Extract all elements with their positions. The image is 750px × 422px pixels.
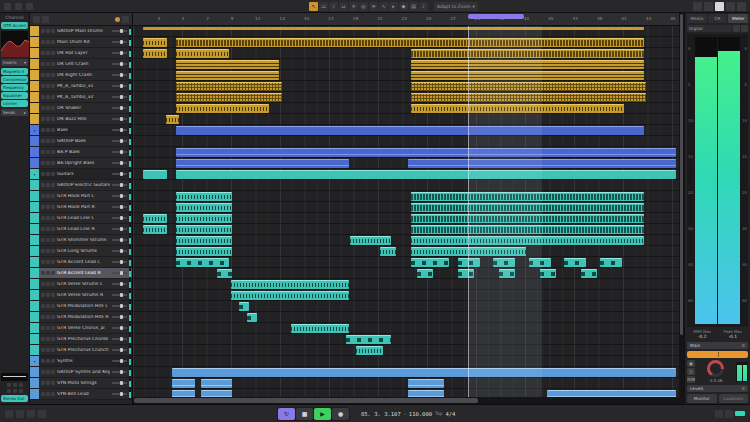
track-lane[interactable] <box>133 147 679 158</box>
play-tool[interactable]: ▸ <box>389 2 398 11</box>
track-volume-slider[interactable] <box>112 74 127 76</box>
track-row-pk-a-tambo-v2[interactable]: PK_A_Tambo_v2 <box>30 92 132 103</box>
track-volume-slider[interactable] <box>112 30 127 32</box>
speaker-a-button[interactable]: ▣ <box>687 360 695 367</box>
tempo-display[interactable]: 110.000 <box>409 411 432 417</box>
event-clip[interactable] <box>529 258 551 267</box>
track-filter-icon[interactable] <box>42 16 49 23</box>
vertical-scrollbar[interactable] <box>679 13 684 404</box>
event-clip[interactable] <box>176 71 279 80</box>
track-row-gtr-hook-part-r[interactable]: GTR Hook Part R <box>30 202 132 213</box>
track-volume-slider[interactable] <box>112 371 127 373</box>
eq-curve-display[interactable] <box>1 31 28 57</box>
event-clip[interactable] <box>239 302 249 311</box>
track-lane[interactable] <box>133 191 679 202</box>
mute-icon[interactable] <box>41 106 45 110</box>
track-row-guitars[interactable]: ▾Guitars <box>30 169 132 180</box>
event-clip[interactable] <box>350 236 391 245</box>
track-row-dr-buzz-hits[interactable]: DR Buzz Hits <box>30 114 132 125</box>
event-clip[interactable] <box>411 192 644 201</box>
track-row-gtr-modulation-hits-l[interactable]: GTR Modulation Hits L <box>30 301 132 312</box>
mute-icon[interactable] <box>41 326 45 330</box>
mute-icon[interactable] <box>41 238 45 242</box>
solo-icon[interactable] <box>46 315 50 319</box>
event-clip[interactable] <box>176 60 279 69</box>
track-lane[interactable] <box>133 224 679 235</box>
track-lane[interactable] <box>133 235 679 246</box>
event-clip[interactable] <box>143 27 644 30</box>
event-clip[interactable] <box>408 379 443 388</box>
record-enable-icon[interactable] <box>51 95 55 99</box>
snap-toggle[interactable]: ▤ <box>409 2 418 11</box>
insert-slot[interactable]: Magneto II <box>1 68 28 75</box>
event-clip[interactable] <box>493 258 515 267</box>
track-lane[interactable] <box>133 334 679 345</box>
solo-icon[interactable] <box>46 172 50 176</box>
track-volume-slider[interactable] <box>112 151 127 153</box>
record-enable-icon[interactable] <box>51 128 55 132</box>
punch-in-icon[interactable] <box>27 410 35 418</box>
event-clip[interactable] <box>176 93 282 102</box>
record-enable-icon[interactable] <box>51 271 55 275</box>
track-row-gtr-accent-lead-l[interactable]: GTR Accent Lead L <box>30 257 132 268</box>
pan-control[interactable] <box>1 373 28 381</box>
event-clip[interactable] <box>540 269 556 278</box>
solo-icon[interactable] <box>46 183 50 187</box>
solo-icon[interactable] <box>46 359 50 363</box>
tab-media[interactable]: Media <box>687 14 707 23</box>
track-volume-slider[interactable] <box>112 316 127 318</box>
track-volume-slider[interactable] <box>112 349 127 351</box>
solo-icon[interactable] <box>46 304 50 308</box>
event-clip[interactable] <box>176 192 233 201</box>
record-enable-icon[interactable] <box>51 205 55 209</box>
track-row-gtr-shimmer-strums[interactable]: GTR Shimmer Strums <box>30 235 132 246</box>
track-lane[interactable] <box>133 103 679 114</box>
constrain-delay-icon[interactable] <box>5 410 13 418</box>
record-enable-icon[interactable] <box>51 117 55 121</box>
record-enable-icon[interactable] <box>51 348 55 352</box>
track-row-group-bass[interactable]: GROUP Bass <box>30 136 132 147</box>
track-volume-slider[interactable] <box>112 360 127 362</box>
track-row-ba-upright-bass[interactable]: BA Upright Bass <box>30 158 132 169</box>
track-lane[interactable] <box>133 257 679 268</box>
track-lane[interactable] <box>133 213 679 224</box>
track-volume-slider[interactable] <box>112 85 127 87</box>
record-enable-icon[interactable] <box>51 150 55 154</box>
solo-icon[interactable] <box>46 326 50 330</box>
sends-section-header[interactable]: Sends ▸ <box>1 109 28 116</box>
track-lane[interactable] <box>133 290 679 301</box>
track-volume-slider[interactable] <box>112 338 127 340</box>
solo-icon[interactable] <box>46 249 50 253</box>
track-row-gtr-modulation-hits-r[interactable]: GTR Modulation Hits R <box>30 312 132 323</box>
mute-icon[interactable] <box>41 381 45 385</box>
solo-icon[interactable] <box>46 29 50 33</box>
solo-icon[interactable] <box>46 128 50 132</box>
meter-settings-icon[interactable] <box>733 25 740 32</box>
event-clip[interactable] <box>411 82 646 91</box>
insert-slot[interactable]: Limiter <box>1 100 28 107</box>
mute-icon[interactable] <box>41 128 45 132</box>
track-row-group-electric-guitars[interactable]: GROUP Electric Guitars <box>30 180 132 191</box>
track-row-dr-shaker[interactable]: DR Shaker <box>30 103 132 114</box>
mute-icon[interactable] <box>41 62 45 66</box>
track-lane[interactable] <box>133 81 679 92</box>
track-lane[interactable] <box>133 312 679 323</box>
event-clip[interactable] <box>411 93 646 102</box>
solo-icon[interactable] <box>46 51 50 55</box>
record-button[interactable]: ● <box>332 408 349 420</box>
track-volume-slider[interactable] <box>112 217 127 219</box>
track-visibility-icon[interactable] <box>122 16 129 23</box>
insert-slot[interactable]: Frequency <box>1 84 28 91</box>
track-lane[interactable] <box>133 125 679 136</box>
track-lane[interactable] <box>133 92 679 103</box>
solo-icon[interactable] <box>46 194 50 198</box>
mute-icon[interactable] <box>41 271 45 275</box>
track-volume-slider[interactable] <box>112 184 127 186</box>
event-clip[interactable] <box>411 104 624 113</box>
record-enable-icon[interactable] <box>51 337 55 341</box>
track-volume-slider[interactable] <box>112 239 127 241</box>
track-lane[interactable] <box>133 268 679 279</box>
track-row-gtr-long-strums[interactable]: GTR Long Strums <box>30 246 132 257</box>
track-volume-slider[interactable] <box>112 206 127 208</box>
mute-tool[interactable]: ≡ <box>369 2 378 11</box>
